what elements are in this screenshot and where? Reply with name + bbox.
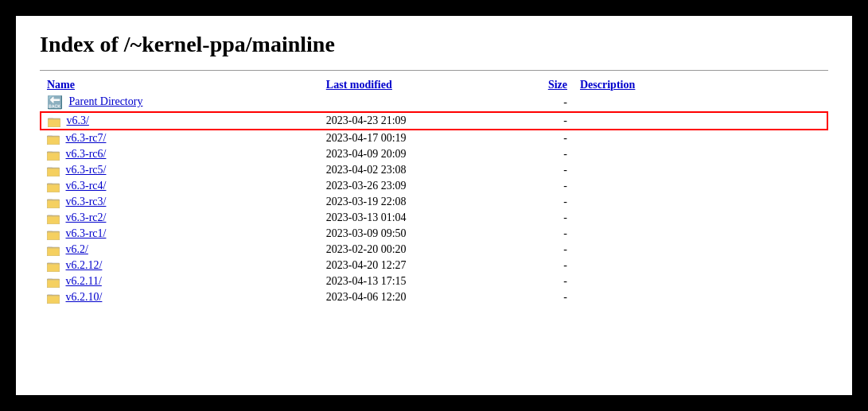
entry-desc-cell	[574, 242, 827, 258]
last-modified-column-header[interactable]: Last modified	[320, 77, 523, 93]
parent-size-cell: -	[523, 93, 574, 112]
folder-icon	[47, 149, 60, 161]
entry-name-cell: v6.2.10/	[41, 289, 320, 305]
entry-size-cell: -	[523, 210, 574, 226]
table-row: v6.2.12/ 2023-04-20 12:27 -	[41, 258, 827, 273]
entry-link[interactable]: v6.2.12/	[66, 259, 103, 271]
entry-link[interactable]: v6.2.11/	[66, 275, 102, 287]
entry-link[interactable]: v6.2/	[66, 243, 88, 255]
folder-icon	[47, 261, 60, 272]
table-row: v6.3/ 2023-04-23 21:09 -	[41, 112, 827, 130]
table-row: v6.3-rc2/ 2023-03-13 01:04 -	[41, 210, 827, 226]
table-row: v6.3-rc6/ 2023-04-09 20:09 -	[41, 146, 827, 162]
entry-name-cell: v6.2.11/	[41, 273, 320, 289]
table-row: v6.3-rc5/ 2023-04-02 23:08 -	[41, 162, 827, 178]
entry-date-cell: 2023-03-19 22:08	[320, 194, 523, 210]
description-column-header[interactable]: Description	[574, 77, 827, 93]
entry-desc-cell	[574, 258, 827, 273]
size-column-header[interactable]: Size	[523, 77, 574, 93]
folder-icon	[47, 197, 60, 208]
folder-icon	[47, 181, 60, 192]
entry-link[interactable]: v6.3/	[67, 114, 89, 126]
parent-directory-cell: 🔙 Parent Directory	[41, 93, 320, 112]
parent-date-cell	[320, 93, 523, 112]
svg-rect-17	[47, 248, 60, 256]
entry-size-cell: -	[523, 112, 574, 130]
entry-size-cell: -	[523, 194, 574, 210]
folder-icon	[47, 293, 60, 304]
entry-date-cell: 2023-04-23 21:09	[320, 112, 523, 130]
parent-icon: 🔙	[47, 95, 63, 110]
entry-name-cell: v6.3-rc2/	[41, 210, 320, 226]
entry-desc-cell	[574, 194, 827, 210]
entry-desc-cell	[574, 112, 827, 130]
svg-rect-23	[47, 296, 60, 304]
entry-size-cell: -	[523, 242, 574, 258]
entry-date-cell: 2023-04-02 23:08	[320, 162, 523, 178]
table-row: v6.3-rc4/ 2023-03-26 23:09 -	[41, 178, 827, 194]
entry-date-cell: 2023-04-09 20:09	[320, 146, 523, 162]
entry-link[interactable]: v6.2.10/	[66, 291, 103, 303]
table-header-row: Name Last modified Size Description	[41, 77, 827, 93]
entry-size-cell: -	[523, 258, 574, 273]
entry-date-cell: 2023-03-13 01:04	[320, 210, 523, 226]
entry-name-cell: v6.3-rc4/	[41, 178, 320, 194]
entry-link[interactable]: v6.3-rc2/	[66, 211, 107, 223]
entry-name-cell: v6.2/	[41, 242, 320, 258]
entry-link[interactable]: v6.3-rc1/	[66, 227, 107, 239]
entry-name-cell: v6.3-rc6/	[41, 146, 320, 162]
entry-name-cell: v6.3-rc7/	[41, 130, 320, 146]
entry-date-cell: 2023-04-20 12:27	[320, 258, 523, 273]
entry-name-cell: v6.2.12/	[41, 258, 320, 273]
svg-rect-7	[47, 169, 60, 176]
folder-icon	[47, 213, 60, 224]
entry-date-cell: 2023-03-09 09:50	[320, 226, 523, 242]
entry-size-cell: -	[523, 289, 574, 305]
folder-icon	[47, 229, 60, 240]
table-row: v6.3-rc7/ 2023-04-17 00:19 -	[41, 130, 827, 146]
svg-rect-19	[47, 264, 60, 272]
entry-date-cell: 2023-02-20 00:20	[320, 242, 523, 258]
name-column-header[interactable]: Name	[41, 77, 320, 93]
entry-link[interactable]: v6.3-rc7/	[66, 132, 107, 144]
entry-desc-cell	[574, 178, 827, 194]
svg-rect-3	[47, 137, 60, 145]
main-window: Index of /~kernel-ppa/mainline Name Last…	[16, 16, 852, 395]
entry-size-cell: -	[523, 226, 574, 242]
parent-directory-row: 🔙 Parent Directory -	[41, 93, 827, 112]
folder-icon	[47, 165, 60, 176]
entry-link[interactable]: v6.3-rc4/	[66, 180, 107, 192]
entry-size-cell: -	[523, 273, 574, 289]
table-row: v6.2.11/ 2023-04-13 17:15 -	[41, 273, 827, 289]
entry-desc-cell	[574, 210, 827, 226]
table-row: v6.2/ 2023-02-20 00:20 -	[41, 242, 827, 258]
entry-link[interactable]: v6.3-rc3/	[66, 196, 107, 207]
entry-size-cell: -	[523, 162, 574, 178]
svg-rect-5	[47, 153, 60, 161]
folder-icon	[48, 116, 60, 127]
entry-name-cell: v6.3-rc5/	[41, 162, 320, 178]
entry-desc-cell	[574, 289, 827, 305]
svg-rect-1	[48, 119, 60, 127]
entry-date-cell: 2023-03-26 23:09	[320, 178, 523, 194]
folder-icon	[47, 245, 60, 256]
entry-size-cell: -	[523, 178, 574, 194]
folder-icon	[47, 134, 60, 145]
parent-directory-link[interactable]: Parent Directory	[69, 95, 143, 107]
table-row: v6.3-rc3/ 2023-03-19 22:08 -	[41, 194, 827, 210]
entry-link[interactable]: v6.3-rc6/	[66, 148, 107, 160]
svg-rect-21	[47, 280, 60, 288]
entry-date-cell: 2023-04-17 00:19	[320, 130, 523, 146]
svg-rect-15	[47, 232, 60, 240]
entry-size-cell: -	[523, 146, 574, 162]
svg-rect-9	[47, 184, 60, 192]
entry-desc-cell	[574, 226, 827, 242]
svg-rect-11	[47, 200, 60, 208]
parent-desc-cell	[574, 93, 827, 112]
entry-desc-cell	[574, 162, 827, 178]
entry-link[interactable]: v6.3-rc5/	[66, 164, 107, 176]
entry-size-cell: -	[523, 130, 574, 146]
entry-date-cell: 2023-04-13 17:15	[320, 273, 523, 289]
entry-desc-cell	[574, 146, 827, 162]
entry-name-cell: v6.3-rc1/	[41, 226, 320, 242]
